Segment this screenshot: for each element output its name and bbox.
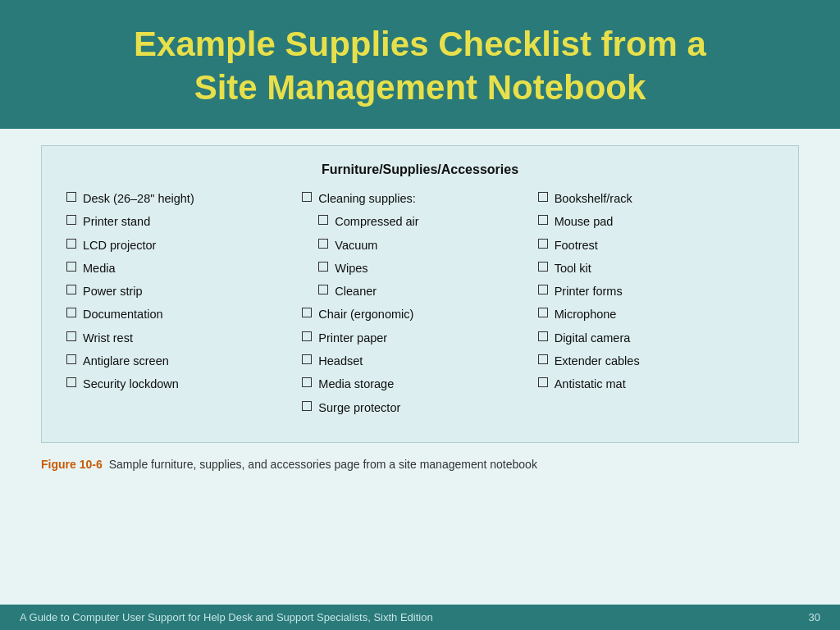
- list-item: Digital camera: [538, 330, 774, 346]
- checkbox-icon: [538, 308, 548, 317]
- item-label: Headset: [318, 353, 363, 369]
- list-item: Printer paper: [302, 330, 537, 346]
- list-item: Cleaner: [302, 283, 537, 299]
- list-item: Antiglare screen: [66, 353, 302, 369]
- item-label: Antiglare screen: [83, 353, 169, 369]
- list-item: Footrest: [538, 237, 774, 253]
- checkbox-icon: [318, 215, 328, 225]
- item-label: Compressed air: [335, 213, 418, 230]
- list-item: Wipes: [302, 260, 537, 276]
- list-item: Extender cables: [538, 353, 774, 369]
- item-label: Wipes: [335, 260, 368, 276]
- list-item: Mouse pad: [538, 213, 774, 230]
- item-label: Printer paper: [318, 330, 387, 346]
- slide-title-line2: Site Management Notebook: [194, 68, 646, 107]
- checkbox-icon: [538, 192, 548, 202]
- checkbox-icon: [318, 239, 328, 249]
- list-item: Microphone: [538, 306, 774, 322]
- item-label: Antistatic mat: [555, 376, 626, 392]
- slide: Example Supplies Checklist from a Site M…: [0, 0, 840, 630]
- checkbox-icon: [302, 401, 312, 411]
- checkbox-icon: [302, 354, 312, 364]
- item-label: Chair (ergonomic): [318, 306, 413, 322]
- slide-header: Example Supplies Checklist from a Site M…: [0, 0, 840, 129]
- list-item: Media: [66, 260, 302, 276]
- checkbox-icon: [66, 215, 76, 225]
- checklist-box: Furniture/Supplies/Accessories Desk (26–…: [41, 145, 799, 443]
- checklist-col2: Cleaning supplies:Compressed airVacuumWi…: [302, 190, 537, 422]
- list-item: Desk (26–28" height): [66, 190, 302, 207]
- item-label: Printer stand: [83, 213, 150, 230]
- checkbox-icon: [66, 354, 76, 364]
- item-label: Cleaner: [335, 283, 377, 299]
- checkbox-icon: [302, 308, 312, 317]
- list-item: Compressed air: [302, 213, 537, 230]
- item-label: Microphone: [555, 306, 617, 322]
- checkbox-icon: [66, 239, 76, 249]
- item-label: Printer forms: [555, 283, 623, 299]
- figure-caption-text: Sample furniture, supplies, and accessor…: [109, 458, 537, 471]
- checkbox-icon: [538, 239, 548, 249]
- checkbox-icon: [538, 215, 548, 225]
- list-item: Surge protector: [302, 399, 537, 416]
- list-item: Documentation: [66, 306, 302, 322]
- item-label: Footrest: [555, 237, 598, 253]
- checkbox-icon: [318, 262, 328, 272]
- list-item: Bookshelf/rack: [538, 190, 774, 207]
- list-item: Printer forms: [538, 283, 774, 299]
- list-item: Antistatic mat: [538, 376, 774, 392]
- list-item: Chair (ergonomic): [302, 306, 537, 322]
- slide-title-line1: Example Supplies Checklist from a: [134, 25, 706, 63]
- item-label: Cleaning supplies:: [318, 190, 416, 207]
- item-label: Bookshelf/rack: [555, 190, 632, 207]
- list-item: Tool kit: [538, 260, 774, 276]
- item-label: Tool kit: [555, 260, 591, 276]
- checkbox-icon: [66, 331, 76, 341]
- checkbox-icon: [66, 192, 76, 202]
- checkbox-icon: [538, 354, 548, 364]
- list-item: Vacuum: [302, 237, 537, 253]
- item-label: LCD projector: [83, 237, 156, 253]
- item-label: Power strip: [83, 283, 143, 299]
- checkbox-icon: [66, 377, 76, 387]
- item-label: Digital camera: [555, 330, 631, 346]
- item-label: Desk (26–28" height): [83, 190, 194, 207]
- checkbox-icon: [302, 192, 312, 202]
- item-label: Mouse pad: [555, 213, 614, 230]
- checkbox-icon: [538, 331, 548, 341]
- checkbox-icon: [538, 285, 548, 294]
- slide-title: Example Supplies Checklist from a Site M…: [49, 23, 791, 109]
- list-item: Wrist rest: [66, 330, 302, 346]
- item-label: Wrist rest: [83, 330, 133, 346]
- checklist-columns: Desk (26–28" height)Printer standLCD pro…: [66, 190, 774, 422]
- item-label: Documentation: [83, 306, 163, 322]
- checkbox-icon: [302, 331, 312, 341]
- list-item: Headset: [302, 353, 537, 369]
- checklist-title: Furniture/Supplies/Accessories: [66, 162, 774, 177]
- item-label: Vacuum: [335, 237, 377, 253]
- checkbox-icon: [302, 377, 312, 387]
- item-label: Surge protector: [318, 399, 400, 416]
- list-item: Security lockdown: [66, 376, 302, 392]
- footer: A Guide to Computer User Support for Hel…: [0, 605, 840, 630]
- list-item: Cleaning supplies:: [302, 190, 537, 207]
- list-item: Media storage: [302, 376, 537, 392]
- checklist-col1: Desk (26–28" height)Printer standLCD pro…: [66, 190, 302, 422]
- list-item: LCD projector: [66, 237, 302, 253]
- checkbox-icon: [538, 377, 548, 387]
- list-item: Printer stand: [66, 213, 302, 230]
- checkbox-icon: [66, 308, 76, 317]
- checkbox-icon: [66, 285, 76, 294]
- item-label: Security lockdown: [83, 376, 179, 392]
- checkbox-icon: [66, 262, 76, 272]
- item-label: Media storage: [318, 376, 394, 392]
- item-label: Media: [83, 260, 116, 276]
- item-label: Extender cables: [555, 353, 640, 369]
- footer-left: A Guide to Computer User Support for Hel…: [20, 611, 433, 623]
- main-content: Furniture/Supplies/Accessories Desk (26–…: [0, 129, 840, 605]
- checklist-col3: Bookshelf/rackMouse padFootrestTool kitP…: [538, 190, 774, 422]
- figure-label: Figure 10-6: [41, 458, 103, 471]
- checkbox-icon: [318, 285, 328, 294]
- list-item: Power strip: [66, 283, 302, 299]
- checkbox-icon: [538, 262, 548, 272]
